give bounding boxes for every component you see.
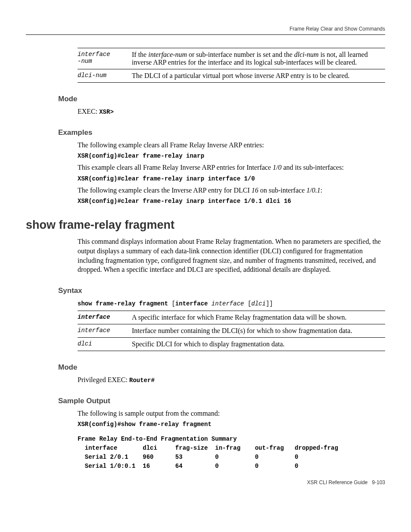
sample-cmd: XSR(config)#show frame-relay fragment — [78, 420, 385, 429]
command-title: show frame-relay fragment — [26, 218, 385, 232]
param-desc: The DLCI of a particular virtual port wh… — [132, 69, 385, 83]
sample-intro: The following is sample output from the … — [78, 409, 385, 418]
param-row: interface A specific interface for which… — [78, 311, 385, 324]
param-interface-keyword: interface — [78, 311, 132, 324]
heading-sample-output: Sample Output — [58, 397, 385, 405]
heading-mode: Mode — [58, 95, 385, 103]
param-desc: Interface number containing the DLCI(s) … — [132, 324, 385, 337]
param-row: dlci Specific DLCI for which to display … — [78, 337, 385, 351]
example-cmd: XSR(config)#clear frame-relay inarp — [78, 152, 385, 160]
example-text: This example clears all Frame Relay Inve… — [78, 163, 385, 172]
command-description: This command displays information about … — [78, 237, 385, 274]
page-header: Frame Relay Clear and Show Commands — [26, 26, 385, 35]
param-dlci-arg: dlci — [78, 337, 132, 351]
example-cmd: XSR(config)#clear frame-relay inarp inte… — [78, 197, 385, 205]
param-desc: Specific DLCI for which to display fragm… — [132, 337, 385, 351]
example-cmd: XSR(config)#clear frame-relay inarp inte… — [78, 175, 385, 183]
heading-syntax: Syntax — [58, 286, 385, 295]
example-text: The following example clears all Frame R… — [78, 140, 385, 150]
param-table-syntax: interface A specific interface for which… — [78, 311, 385, 351]
param-desc: If the interface-num or sub-interface nu… — [132, 48, 385, 69]
param-row: interface Interface number containing th… — [78, 324, 385, 337]
mode-text: EXEC: XSR> — [78, 107, 385, 116]
param-interface-num: interface -num — [78, 48, 132, 69]
param-desc: A specific interface for which Frame Rel… — [132, 311, 385, 324]
param-table-clear: interface -num If the interface-num or s… — [78, 48, 385, 83]
param-row: interface -num If the interface-num or s… — [78, 48, 385, 69]
param-row: dlci-num The DLCI of a particular virtua… — [78, 69, 385, 83]
mode2-text: Privileged EXEC: Router# — [78, 375, 385, 385]
heading-mode2: Mode — [58, 363, 385, 372]
page-footer: XSR CLI Reference Guide 9-103 — [26, 479, 385, 485]
heading-examples: Examples — [58, 128, 385, 137]
syntax-line: show frame-relay fragment [interface int… — [78, 299, 385, 308]
example-text: The following example clears the Inverse… — [78, 186, 385, 195]
param-interface-arg: interface — [78, 324, 132, 337]
param-dlci-num: dlci-num — [78, 69, 132, 83]
sample-output-block: Frame Relay End-to-End Fragmentation Sum… — [78, 435, 385, 471]
